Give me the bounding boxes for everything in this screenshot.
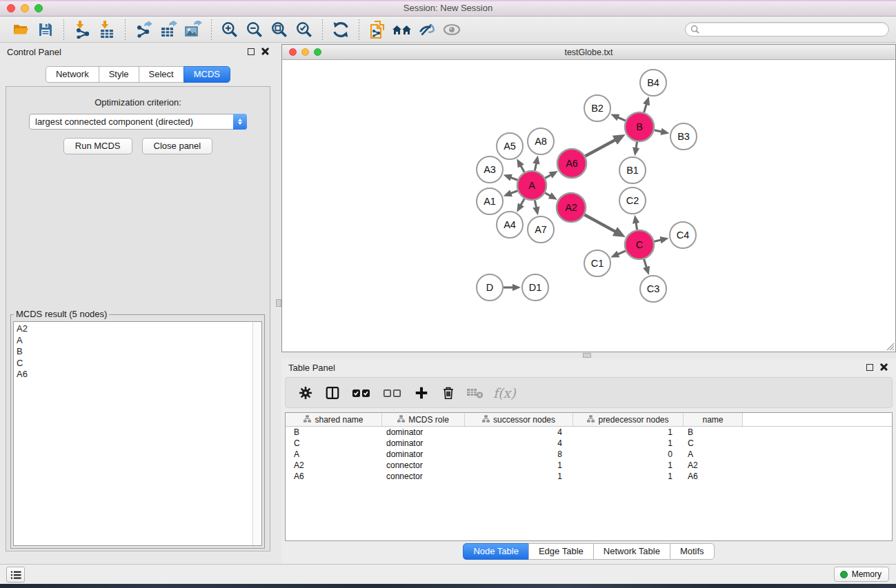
graph-node-D[interactable]: D bbox=[477, 274, 503, 301]
graph-edge-A2-C[interactable] bbox=[584, 215, 616, 232]
vertical-splitter[interactable] bbox=[276, 43, 281, 564]
graph-node-A6[interactable]: A6 bbox=[557, 149, 586, 178]
graph-node-C4[interactable]: C4 bbox=[670, 222, 696, 248]
close-panel-icon[interactable] bbox=[261, 48, 269, 55]
splitter-handle[interactable] bbox=[583, 353, 591, 358]
table-row[interactable]: Adominator80A bbox=[286, 449, 892, 460]
export-network-icon[interactable] bbox=[131, 19, 156, 41]
graph-node-B1[interactable]: B1 bbox=[619, 157, 646, 183]
show-panels-list-button[interactable] bbox=[6, 567, 25, 582]
column-header-shared-name[interactable]: shared name bbox=[286, 413, 382, 426]
graph-edge-A-A4[interactable] bbox=[521, 199, 524, 205]
table-row[interactable]: Cdominator41C bbox=[286, 438, 892, 449]
tab-select[interactable]: Select bbox=[139, 66, 184, 83]
float-panel-icon[interactable] bbox=[866, 364, 873, 371]
close-panel-button[interactable]: Close panel bbox=[142, 138, 213, 154]
tab-node-table[interactable]: Node Table bbox=[463, 543, 529, 560]
mcds-result-list[interactable]: A2ABCA6 bbox=[13, 321, 262, 546]
graph-edge-A-A7[interactable] bbox=[535, 201, 536, 208]
split-columns-icon[interactable] bbox=[322, 383, 343, 403]
graph-edge-C-C3[interactable] bbox=[644, 259, 647, 267]
graph-edge-A-A3[interactable] bbox=[510, 177, 517, 180]
graph-edge-C-C1[interactable] bbox=[617, 251, 625, 254]
deselect-checkboxes-icon[interactable] bbox=[380, 383, 405, 403]
graph-edge-B-B3[interactable] bbox=[654, 130, 661, 132]
refresh-icon[interactable] bbox=[328, 19, 353, 41]
gear-icon[interactable] bbox=[295, 383, 316, 403]
graph-edge-B-B1[interactable] bbox=[636, 142, 637, 149]
tab-mcds[interactable]: MCDS bbox=[183, 66, 230, 83]
run-mcds-button[interactable]: Run MCDS bbox=[63, 138, 132, 154]
graph-node-C3[interactable]: C3 bbox=[640, 276, 666, 302]
network-window-titlebar[interactable]: testGlobe.txt bbox=[282, 45, 895, 60]
column-header-predecessor-nodes[interactable]: predecessor nodes bbox=[573, 413, 684, 426]
splitter-handle[interactable] bbox=[276, 299, 281, 307]
search-input[interactable] bbox=[702, 23, 888, 35]
horizontal-splitter[interactable] bbox=[281, 352, 896, 358]
graph-edge-C-C4[interactable] bbox=[654, 240, 661, 241]
criterion-dropdown[interactable]: largest connected component (directed) bbox=[29, 114, 247, 130]
mcds-result-item[interactable]: C bbox=[17, 358, 261, 369]
tab-network-table[interactable]: Network Table bbox=[593, 543, 670, 560]
save-icon[interactable] bbox=[33, 19, 58, 41]
graph-edge-B-B2[interactable] bbox=[617, 117, 625, 121]
graph-node-B2[interactable]: B2 bbox=[584, 95, 610, 121]
clone-network-icon[interactable] bbox=[365, 19, 390, 41]
function-builder-icon[interactable]: f(x) bbox=[493, 385, 516, 401]
tab-style[interactable]: Style bbox=[99, 66, 139, 83]
network-canvas[interactable]: B4B2BB3A8A5A6A3B1AA1C2A2A4A7C4CC1DD1C3 bbox=[282, 61, 895, 352]
mcds-result-item[interactable]: B bbox=[17, 346, 261, 358]
column-header-successor-nodes[interactable]: successor nodes bbox=[465, 413, 573, 426]
scrollbar[interactable] bbox=[252, 322, 261, 545]
graph-edge-A-A2[interactable] bbox=[545, 193, 550, 196]
export-image-icon[interactable] bbox=[181, 19, 206, 41]
memory-button[interactable]: Memory bbox=[834, 567, 889, 582]
search-box[interactable] bbox=[685, 22, 889, 37]
graph-node-A7[interactable]: A7 bbox=[528, 216, 554, 243]
zoom-out-icon[interactable] bbox=[242, 19, 267, 41]
tab-network[interactable]: Network bbox=[46, 66, 99, 83]
graph-node-A2[interactable]: A2 bbox=[557, 193, 586, 222]
resize-grip[interactable] bbox=[884, 341, 895, 351]
table-row[interactable]: A6connector11A6 bbox=[286, 471, 892, 482]
graph-node-A5[interactable]: A5 bbox=[497, 133, 523, 159]
add-column-icon[interactable] bbox=[411, 383, 432, 403]
preview-eye-icon[interactable] bbox=[439, 19, 464, 41]
open-folder-icon[interactable] bbox=[8, 19, 33, 41]
float-panel-icon[interactable] bbox=[248, 48, 255, 55]
graph-node-A[interactable]: A bbox=[517, 171, 546, 200]
table-row[interactable]: Bdominator41B bbox=[286, 427, 892, 438]
mcds-result-item[interactable]: A2 bbox=[17, 323, 261, 335]
graph-node-D1[interactable]: D1 bbox=[522, 274, 548, 301]
home-networks-icon[interactable] bbox=[390, 19, 415, 41]
import-table-icon[interactable] bbox=[94, 19, 119, 41]
graph-edge-B-B4[interactable] bbox=[644, 104, 647, 112]
graph-node-B4[interactable]: B4 bbox=[640, 70, 666, 96]
graph-edge-A6-B[interactable] bbox=[585, 139, 615, 156]
graph-edge-A-A5[interactable] bbox=[521, 165, 524, 172]
graph-node-B[interactable]: B bbox=[625, 112, 654, 141]
graph-node-C[interactable]: C bbox=[625, 230, 654, 259]
graph-node-C2[interactable]: C2 bbox=[619, 187, 646, 214]
mcds-result-item[interactable]: A bbox=[17, 335, 261, 347]
zoom-selected-icon[interactable] bbox=[292, 19, 317, 41]
graph-node-A4[interactable]: A4 bbox=[497, 212, 523, 238]
zoom-in-icon[interactable] bbox=[217, 19, 242, 41]
graph-node-A8[interactable]: A8 bbox=[528, 128, 554, 154]
delete-table-icon[interactable] bbox=[465, 383, 486, 403]
zoom-fit-icon[interactable] bbox=[267, 19, 292, 41]
graph-nodes[interactable]: B4B2BB3A8A5A6A3B1AA1C2A2A4A7C4CC1DD1C3 bbox=[477, 70, 697, 302]
graph-node-B3[interactable]: B3 bbox=[670, 123, 697, 150]
import-network-icon[interactable] bbox=[70, 19, 94, 41]
close-panel-icon[interactable] bbox=[880, 363, 888, 371]
tab-edge-table[interactable]: Edge Table bbox=[528, 543, 594, 560]
mcds-result-item[interactable]: A6 bbox=[17, 369, 261, 381]
delete-column-icon[interactable] bbox=[438, 383, 459, 403]
export-table-icon[interactable] bbox=[156, 19, 181, 41]
graph-edge-A-A6[interactable] bbox=[545, 175, 551, 179]
tab-motifs[interactable]: Motifs bbox=[670, 543, 715, 560]
column-header-name[interactable]: name bbox=[684, 413, 743, 426]
graph-node-A3[interactable]: A3 bbox=[477, 156, 503, 183]
select-all-checkboxes-icon[interactable] bbox=[349, 383, 374, 403]
node-table[interactable]: shared nameMCDS rolesuccessor nodesprede… bbox=[285, 412, 893, 541]
